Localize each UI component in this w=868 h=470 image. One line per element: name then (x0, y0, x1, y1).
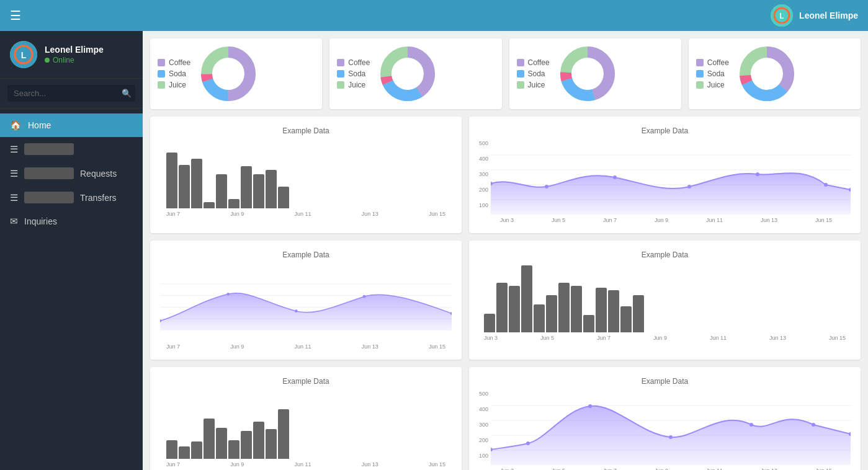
coffee-color-2 (337, 59, 344, 66)
x-label: Jun 15 (429, 461, 445, 468)
bar (166, 153, 177, 208)
bar-chart-1 (160, 140, 452, 208)
legend-coffee-2: Coffee (337, 58, 370, 67)
x-label: Jun 9 (230, 211, 244, 217)
x-labels-4: Jun 3 Jun 5 Jun 7 Jun 9 Jun 11 Jun 13 Ju… (479, 332, 851, 341)
bar (204, 419, 215, 459)
bar (509, 286, 520, 332)
x-label: Jun 13 (761, 468, 777, 470)
sidebar-item-transfers[interactable]: ☰ Transfers (0, 185, 143, 210)
sidebar-item-inquiries[interactable]: ✉ Inquiries (0, 210, 143, 233)
y-label: 100 (479, 202, 488, 208)
svg-point-31 (545, 185, 548, 188)
hamburger-icon[interactable]: ☰ (10, 8, 21, 23)
y-label: 500 (479, 140, 488, 146)
sidebar-item-label-home: Home (28, 120, 51, 130)
mail-icon: ✉ (10, 216, 18, 227)
x-label: Jun 13 (362, 461, 378, 468)
svg-point-35 (824, 183, 828, 187)
svg-point-25 (754, 61, 779, 86)
y-label: 200 (479, 187, 488, 193)
y-label: 500 (479, 391, 488, 397)
blurred-label-3 (24, 192, 74, 203)
bar (278, 409, 289, 459)
search-input[interactable] (14, 89, 118, 98)
x-label: Jun 9 (230, 344, 244, 350)
x-labels-1: Jun 7 Jun 9 Jun 11 Jun 13 Jun 15 (160, 208, 452, 217)
svg-point-33 (687, 185, 691, 188)
donut-card-2: Coffee Soda Juice (329, 38, 501, 109)
sidebar-item-home[interactable]: 🏠 Home (0, 113, 143, 137)
svg-point-55 (812, 423, 815, 427)
svg-point-52 (588, 404, 592, 408)
bar (596, 288, 607, 332)
svg-point-53 (669, 435, 673, 439)
bar (241, 166, 252, 208)
main-layout: L Leonel Elimpe Online 🔍 🏠 Home (0, 31, 868, 470)
chart-title-5: Example Data (160, 377, 452, 386)
list-icon-2: ☰ (10, 168, 18, 179)
x-label: Jun 11 (710, 335, 727, 341)
donut-legend-1: Coffee Soda Juice (158, 58, 190, 89)
sidebar-item-requests[interactable]: ☰ Requests (0, 161, 143, 185)
donut-card-4: Coffee Soda Juice (689, 38, 861, 109)
search-icon[interactable]: 🔍 (122, 89, 132, 98)
x-label: Jun 15 (429, 344, 445, 350)
sidebar-item-label-requests: Requests (80, 169, 117, 179)
chart-title-6: Example Data (479, 377, 851, 386)
legend-coffee-3: Coffee (517, 58, 550, 67)
bar (558, 283, 570, 332)
bar (266, 170, 277, 208)
bar-chart-2 (479, 264, 851, 332)
svg-point-20 (575, 61, 600, 86)
svg-point-15 (395, 61, 420, 86)
search-box[interactable]: 🔍 (7, 85, 135, 102)
x-label: Jun 13 (362, 344, 378, 350)
user-avatar-top: L (771, 4, 793, 27)
bar (216, 174, 227, 208)
bar (204, 202, 215, 208)
soda-label-2: Soda (348, 69, 365, 78)
content-area: Coffee Soda Juice (143, 31, 868, 470)
x-labels-6: Jun 3 Jun 5 Jun 7 Jun 9 Jun 11 Jun 13 Ju… (479, 465, 851, 470)
juice-label-3: Juice (528, 81, 545, 89)
x-label: Jun 11 (294, 211, 311, 217)
y-label: 100 (479, 453, 488, 459)
x-label: Jun 15 (815, 468, 832, 470)
donut-legend-3: Coffee Soda Juice (517, 58, 550, 89)
bar (583, 315, 594, 332)
bar (633, 295, 644, 332)
juice-color-3 (517, 81, 524, 89)
x-label: Jun 13 (769, 335, 786, 341)
x-labels-3: Jun 7 Jun 9 Jun 11 Jun 13 Jun 15 (160, 341, 452, 350)
bar (191, 441, 202, 459)
soda-color-2 (337, 70, 344, 78)
x-label: Jun 7 (603, 468, 617, 470)
soda-color-3 (517, 70, 524, 78)
donut-card-3: Coffee Soda Juice (509, 38, 681, 109)
sidebar-item-blurred1[interactable]: ☰ (0, 137, 143, 161)
nav-right: L Leonel Elimpe (771, 4, 858, 27)
y-label: 300 (479, 422, 488, 428)
bar (620, 306, 632, 332)
status-dot (45, 58, 50, 63)
sidebar-profile: L Leonel Elimpe Online (0, 31, 143, 79)
sidebar-item-label-transfers: Transfers (80, 193, 117, 203)
donut-legend-4: Coffee Soda Juice (696, 58, 729, 89)
nav-left: ☰ (10, 8, 21, 23)
bar (179, 446, 190, 459)
x-label: Jun 13 (761, 217, 777, 223)
sidebar-search[interactable]: 🔍 (0, 79, 143, 109)
profile-info: Leonel Elimpe Online (45, 45, 104, 64)
donut-svg-2 (380, 46, 436, 102)
sidebar: L Leonel Elimpe Online 🔍 🏠 Home (0, 31, 143, 470)
legend-coffee-1: Coffee (158, 58, 190, 67)
legend-juice-1: Juice (158, 81, 190, 89)
x-label: Jun 9 (655, 217, 668, 223)
svg-point-42 (226, 293, 230, 296)
legend-juice-2: Juice (337, 81, 370, 89)
soda-label-4: Soda (707, 69, 725, 78)
bar-chart-3 (160, 391, 452, 459)
y-labels-1: 500 400 300 200 100 (479, 140, 491, 208)
legend-juice-4: Juice (696, 81, 729, 89)
